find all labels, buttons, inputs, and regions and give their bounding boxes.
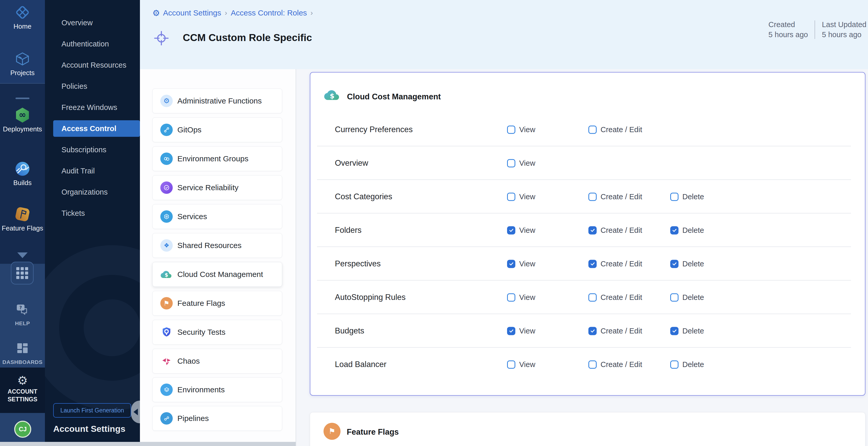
category-cloud-cost-management[interactable]: $ Cloud Cost Management	[152, 262, 282, 287]
breadcrumb-link-roles[interactable]: Access Control: Roles	[231, 8, 307, 17]
resource-label: Budgets	[335, 326, 364, 336]
sidebar-item-tickets[interactable]: Tickets	[53, 205, 140, 221]
category-environments[interactable]: Environments	[152, 377, 282, 402]
permission-checkbox-create-edit[interactable]: Create / Edit	[588, 125, 642, 134]
sidebar-item-dashboards[interactable]: DASHBOARDS	[0, 340, 45, 365]
breadcrumb-link-account-settings[interactable]: Account Settings	[163, 8, 221, 17]
window-bottom-edge	[0, 442, 296, 446]
resource-label: AutoStopping Rules	[335, 293, 406, 302]
permission-checkbox-create-edit[interactable]: Create / Edit	[588, 360, 642, 369]
feature-flag-circle-icon: ⚑	[323, 423, 341, 440]
category-services[interactable]: Services	[152, 204, 282, 229]
sidebar-item-account-settings[interactable]: ⚙ ACCOUNT SETTINGS	[0, 368, 45, 413]
chevron-down-icon[interactable]	[17, 252, 28, 258]
category-security-tests[interactable]: Security Tests	[152, 320, 282, 345]
checkbox-icon	[588, 293, 597, 301]
permission-checkbox-create-edit[interactable]: Create / Edit	[588, 260, 642, 268]
resource-category-list: ⚙ Administrative Functions GitOps Enviro…	[140, 69, 296, 446]
svg-text:$: $	[165, 272, 168, 278]
launch-first-generation-button[interactable]: Launch First Generation	[53, 403, 131, 418]
permission-checkbox-view[interactable]: View	[507, 360, 535, 369]
category-administrative-functions[interactable]: ⚙ Administrative Functions	[152, 89, 282, 113]
permission-label: View	[519, 193, 535, 201]
sidebar-item-account-resources[interactable]: Account Resources	[53, 57, 140, 73]
home-icon	[14, 4, 31, 21]
category-environment-groups[interactable]: Environment Groups	[152, 146, 282, 171]
category-label: Service Reliability	[177, 183, 239, 192]
permission-checkbox-create-edit[interactable]: Create / Edit	[588, 293, 642, 302]
feature-flags-section: ⚑ Feature Flags	[310, 412, 865, 446]
permission-checkbox-create-edit[interactable]: Create / Edit	[588, 193, 642, 201]
sidebar-item-freeze-windows[interactable]: Freeze Windows	[53, 99, 140, 116]
category-shared-resources[interactable]: ❖ Shared Resources	[152, 233, 282, 258]
avatar[interactable]: CJ	[14, 421, 31, 438]
sidebar-item-audit-trail[interactable]: Audit Trail	[53, 163, 140, 179]
meta-divider	[814, 21, 815, 39]
resource-label: Cost Categories	[335, 192, 392, 201]
checkbox-icon	[588, 327, 597, 335]
collapse-left-icon	[133, 409, 138, 415]
permission-checkbox-create-edit[interactable]: Create / Edit	[588, 226, 642, 234]
permission-checkbox-view[interactable]: View	[507, 293, 535, 302]
sidebar-item-help[interactable]: ? HELP	[0, 301, 45, 326]
permission-checkbox-delete[interactable]: Delete	[670, 360, 704, 369]
permission-checkbox-create-edit[interactable]: Create / Edit	[588, 327, 642, 335]
category-label: GitOps	[177, 125, 202, 134]
checkbox-icon	[507, 327, 515, 335]
updated-label: Last Updated	[822, 20, 866, 30]
category-label: Environments	[177, 385, 225, 394]
sidebar-item-subscriptions[interactable]: Subscriptions	[53, 141, 140, 158]
permission-checkbox-view[interactable]: View	[507, 260, 535, 268]
permission-checkbox-delete[interactable]: Delete	[670, 327, 704, 335]
category-gitops[interactable]: GitOps	[152, 118, 282, 142]
permission-label: Delete	[682, 193, 704, 201]
category-chaos[interactable]: Chaos	[152, 349, 282, 374]
permission-checkbox-delete[interactable]: Delete	[670, 293, 704, 302]
category-service-reliability[interactable]: Service Reliability	[152, 175, 282, 200]
sidebar-item-access-control[interactable]: Access Control	[53, 120, 140, 137]
checkbox-icon	[670, 193, 679, 201]
page-title: CCM Custom Role Specific	[183, 32, 312, 43]
sidebar-item-feature-flags[interactable]: Feature Flags	[0, 206, 45, 232]
sidebar-item-policies[interactable]: Policies	[53, 78, 140, 94]
permission-label: View	[519, 159, 535, 167]
sidebar-item-home[interactable]: Home	[0, 4, 45, 30]
permission-label: View	[519, 226, 535, 234]
checkbox-icon	[507, 125, 515, 134]
permission-checkbox-delete[interactable]: Delete	[670, 260, 704, 268]
category-feature-flags[interactable]: ⚑ Feature Flags	[152, 291, 282, 316]
permission-checkbox-view[interactable]: View	[507, 226, 535, 234]
sidebar-item-organizations[interactable]: Organizations	[53, 184, 140, 200]
permission-checkbox-view[interactable]: View	[507, 327, 535, 335]
environments-icon	[160, 384, 173, 396]
category-pipelines[interactable]: Pipelines	[152, 406, 282, 431]
rail-item-label: Feature Flags	[2, 225, 43, 232]
rail-item-label: HELP	[15, 320, 30, 326]
sidebar-item-deployments[interactable]: ∞ Deployments	[0, 107, 45, 133]
checkbox-icon	[670, 360, 679, 369]
permission-label: View	[519, 327, 535, 335]
sidebar-item-builds[interactable]: Builds	[0, 161, 45, 186]
sidebar-item-projects[interactable]: Projects	[0, 51, 45, 76]
deployments-icon: ∞	[14, 107, 31, 123]
category-label: Services	[177, 212, 207, 221]
module-selector-button[interactable]	[11, 262, 34, 284]
rail-item-label: Builds	[13, 180, 32, 186]
checkbox-icon	[507, 293, 515, 301]
permission-label: Create / Edit	[600, 293, 642, 302]
permission-checkbox-delete[interactable]: Delete	[670, 193, 704, 201]
permission-checkbox-view[interactable]: View	[507, 159, 535, 167]
module-rail: Home Projects ∞ Deployments Builds Featu…	[0, 0, 45, 446]
permission-row-perspectives: Perspectives View Create / Edit Delete	[310, 247, 865, 281]
environment-groups-icon	[160, 153, 173, 165]
permission-label: Create / Edit	[600, 327, 642, 335]
security-shield-icon	[160, 326, 173, 338]
sidebar-item-overview[interactable]: Overview	[53, 14, 140, 31]
ccm-cloud-icon: $	[160, 268, 173, 281]
permission-checkbox-delete[interactable]: Delete	[670, 226, 704, 234]
permission-checkbox-view[interactable]: View	[507, 125, 535, 134]
permissions-area: $ Cloud Cost Management Currency Prefere…	[296, 69, 868, 446]
gear-watermark-center	[84, 299, 140, 356]
sidebar-item-authentication[interactable]: Authentication	[53, 36, 140, 52]
permission-checkbox-view[interactable]: View	[507, 193, 535, 201]
